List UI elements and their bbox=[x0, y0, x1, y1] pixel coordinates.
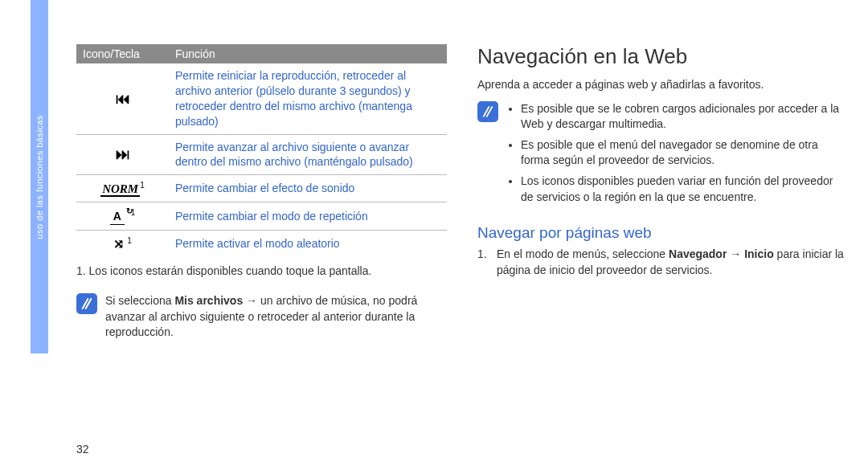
subsection-heading: Navegar por páginas web bbox=[477, 224, 848, 242]
table-row: ⤨ 1 Permite activar el modo aleatorio bbox=[76, 230, 447, 257]
info-note-icon bbox=[76, 293, 97, 314]
function-cell: Permite avanzar al archivo siguiente o a… bbox=[169, 134, 447, 175]
table-row: ⏮ Permite reiniciar la reproducción, ret… bbox=[76, 63, 447, 134]
side-tab-label: uso de las funciones básicas bbox=[35, 115, 44, 239]
function-cell: Permite activar el modo aleatorio bbox=[169, 230, 447, 257]
table-row: ⏭ Permite avanzar al archivo siguiente o… bbox=[76, 134, 447, 175]
page-content: Icono/Tecla Función ⏮ Permite reiniciar … bbox=[76, 44, 848, 462]
forward-icon: ⏭ bbox=[76, 134, 169, 175]
section-intro: Aprenda a acceder a páginas web y añadir… bbox=[477, 77, 848, 93]
info-note-right: Es posible que se le cobren cargos adici… bbox=[477, 101, 848, 210]
function-cell: Permite cambiar el efecto de sonido bbox=[169, 175, 447, 202]
note-item: Es posible que el menú del navegador se … bbox=[521, 137, 848, 169]
note-list: Es posible que se le cobren cargos adici… bbox=[506, 101, 848, 210]
step-1: 1. En el modo de menús, seleccione Naveg… bbox=[477, 247, 848, 278]
note-item: Es posible que se le cobren cargos adici… bbox=[521, 101, 848, 133]
note-text: Si selecciona Mis archivos → un archivo … bbox=[105, 293, 447, 341]
table-row: NORM1 Permite cambiar el efecto de sonid… bbox=[76, 175, 447, 202]
section-heading: Navegación en la Web bbox=[477, 44, 848, 69]
th-icon: Icono/Tecla bbox=[76, 44, 169, 63]
left-column: Icono/Tecla Función ⏮ Permite reiniciar … bbox=[76, 44, 447, 462]
info-note-icon bbox=[477, 101, 498, 122]
th-function: Función bbox=[169, 44, 447, 63]
norm-icon: NORM1 bbox=[76, 175, 169, 202]
right-column: Navegación en la Web Aprenda a acceder a… bbox=[477, 44, 848, 462]
info-note-left: Si selecciona Mis archivos → un archivo … bbox=[76, 293, 447, 341]
chapter-side-tab: uso de las funciones básicas bbox=[31, 0, 48, 354]
function-cell: Permite cambiar el modo de repetición bbox=[169, 202, 447, 231]
rewind-icon: ⏮ bbox=[76, 63, 169, 134]
shuffle-icon: ⤨ 1 bbox=[76, 230, 169, 257]
repeat-icon: A 1 bbox=[76, 202, 169, 231]
note-item: Los iconos disponibles pueden variar en … bbox=[521, 174, 848, 205]
step-text: En el modo de menús, seleccione Navegado… bbox=[497, 247, 848, 278]
function-cell: Permite reiniciar la reproducción, retro… bbox=[169, 63, 447, 134]
page-number: 32 bbox=[76, 443, 89, 456]
step-number: 1. bbox=[477, 247, 490, 278]
table-row: A 1 Permite cambiar el modo de repetició… bbox=[76, 202, 447, 231]
table-footnote: 1. Los iconos estarán disponibles cuando… bbox=[76, 264, 447, 279]
icon-function-table: Icono/Tecla Función ⏮ Permite reiniciar … bbox=[76, 44, 447, 257]
